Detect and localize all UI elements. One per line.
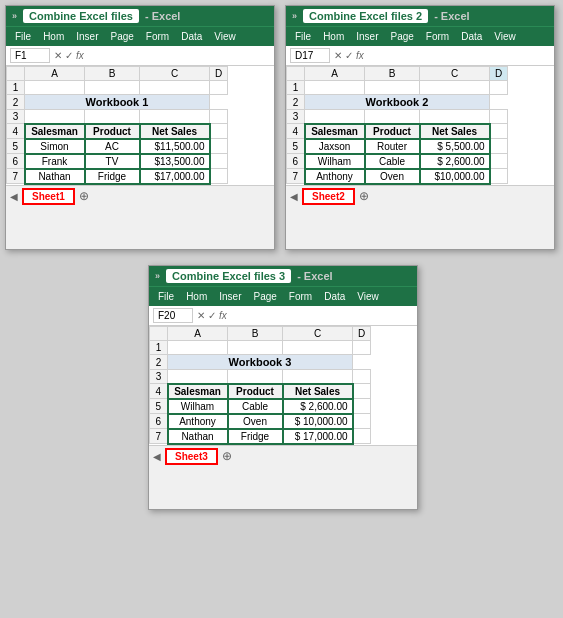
cell-7-A[interactable]: Anthony xyxy=(305,169,365,184)
menu-item-form[interactable]: Form xyxy=(141,29,174,44)
cell-5-A[interactable]: Jaxson xyxy=(305,139,365,154)
cell-1-C[interactable] xyxy=(140,81,210,95)
sheet-scroll-left[interactable]: ◀ xyxy=(290,191,298,202)
active-sheet-tab[interactable]: Sheet3 xyxy=(165,448,218,465)
cell-3-B[interactable] xyxy=(365,110,420,124)
cell-7-B[interactable]: Fridge xyxy=(228,429,283,444)
menu-item-form[interactable]: Form xyxy=(421,29,454,44)
cell-3-C[interactable] xyxy=(283,370,353,384)
menu-item-data[interactable]: Data xyxy=(176,29,207,44)
cell-3-A[interactable] xyxy=(168,370,228,384)
menu-item-view[interactable]: View xyxy=(352,289,384,304)
menu-item-view[interactable]: View xyxy=(209,29,241,44)
cell-5-C[interactable]: $ 2,600.00 xyxy=(283,399,353,414)
cell-2-A[interactable]: Workbook 3 xyxy=(168,355,353,370)
menu-item-inser[interactable]: Inser xyxy=(214,289,246,304)
add-sheet-button[interactable]: ⊕ xyxy=(222,449,232,463)
menu-item-file[interactable]: File xyxy=(290,29,316,44)
cell-6-A[interactable]: Wilham xyxy=(305,154,365,169)
cell-7-B[interactable]: Fridge xyxy=(85,169,140,184)
menu-item-page[interactable]: Page xyxy=(105,29,138,44)
cell-1-A[interactable] xyxy=(168,341,228,355)
add-sheet-button[interactable]: ⊕ xyxy=(79,189,89,203)
cell-6-A[interactable]: Frank xyxy=(25,154,85,169)
cell-4-C[interactable]: Net Sales xyxy=(283,384,353,399)
cell-reference[interactable]: D17 xyxy=(290,48,330,63)
cell-7-A[interactable]: Nathan xyxy=(168,429,228,444)
cell-4-A[interactable]: Salesman xyxy=(305,124,365,139)
cell-6-D[interactable] xyxy=(353,414,371,429)
cell-4-C[interactable]: Net Sales xyxy=(420,124,490,139)
formula-fx-icon[interactable]: fx xyxy=(219,310,227,321)
cell-1-B[interactable] xyxy=(228,341,283,355)
cell-3-A[interactable] xyxy=(25,110,85,124)
menu-item-hom[interactable]: Hom xyxy=(181,289,212,304)
cell-3-A[interactable] xyxy=(305,110,365,124)
cell-1-A[interactable] xyxy=(305,81,365,95)
cell-6-C[interactable]: $ 2,600.00 xyxy=(420,154,490,169)
cell-5-C[interactable]: $ 5,500.00 xyxy=(420,139,490,154)
cell-6-B[interactable]: Cable xyxy=(365,154,420,169)
cell-5-B[interactable]: Router xyxy=(365,139,420,154)
cell-4-C[interactable]: Net Sales xyxy=(140,124,210,139)
cell-3-C[interactable] xyxy=(420,110,490,124)
formula-fx-icon[interactable]: fx xyxy=(356,50,364,61)
menu-item-data[interactable]: Data xyxy=(456,29,487,44)
cell-5-C[interactable]: $11,500.00 xyxy=(140,139,210,154)
add-sheet-button[interactable]: ⊕ xyxy=(359,189,369,203)
cell-4-B[interactable]: Product xyxy=(228,384,283,399)
menu-item-file[interactable]: File xyxy=(10,29,36,44)
cell-7-B[interactable]: Oven xyxy=(365,169,420,184)
cell-3-D[interactable] xyxy=(353,370,371,384)
menu-item-inser[interactable]: Inser xyxy=(71,29,103,44)
cell-6-B[interactable]: TV xyxy=(85,154,140,169)
cell-1-D[interactable] xyxy=(353,341,371,355)
cell-5-B[interactable]: Cable xyxy=(228,399,283,414)
cell-3-D[interactable] xyxy=(490,110,508,124)
cell-7-C[interactable]: $10,000.00 xyxy=(420,169,490,184)
cell-7-C[interactable]: $ 17,000.00 xyxy=(283,429,353,444)
cell-6-D[interactable] xyxy=(210,154,228,169)
menu-item-hom[interactable]: Hom xyxy=(38,29,69,44)
cell-5-D[interactable] xyxy=(210,139,228,154)
formula-cancel-icon[interactable]: ✕ xyxy=(54,50,62,61)
cell-7-C[interactable]: $17,000.00 xyxy=(140,169,210,184)
formula-confirm-icon[interactable]: ✓ xyxy=(65,50,73,61)
menu-item-hom[interactable]: Hom xyxy=(318,29,349,44)
cell-1-C[interactable] xyxy=(420,81,490,95)
cell-6-B[interactable]: Oven xyxy=(228,414,283,429)
sheet-scroll-left[interactable]: ◀ xyxy=(10,191,18,202)
cell-1-B[interactable] xyxy=(365,81,420,95)
cell-4-A[interactable]: Salesman xyxy=(25,124,85,139)
cell-3-B[interactable] xyxy=(85,110,140,124)
active-sheet-tab[interactable]: Sheet2 xyxy=(302,188,355,205)
menu-item-inser[interactable]: Inser xyxy=(351,29,383,44)
formula-fx-icon[interactable]: fx xyxy=(76,50,84,61)
cell-2-A[interactable]: Workbook 2 xyxy=(305,95,490,110)
cell-3-B[interactable] xyxy=(228,370,283,384)
cell-3-D[interactable] xyxy=(210,110,228,124)
formula-confirm-icon[interactable]: ✓ xyxy=(208,310,216,321)
cell-reference[interactable]: F1 xyxy=(10,48,50,63)
cell-7-D[interactable] xyxy=(353,429,371,444)
cell-1-D[interactable] xyxy=(490,81,508,95)
cell-4-D[interactable] xyxy=(210,124,228,139)
cell-5-D[interactable] xyxy=(490,139,508,154)
cell-7-D[interactable] xyxy=(210,169,228,184)
cell-4-D[interactable] xyxy=(490,124,508,139)
cell-6-A[interactable]: Anthony xyxy=(168,414,228,429)
cell-6-C[interactable]: $13,500.00 xyxy=(140,154,210,169)
cell-6-C[interactable]: $ 10,000.00 xyxy=(283,414,353,429)
active-sheet-tab[interactable]: Sheet1 xyxy=(22,188,75,205)
cell-5-A[interactable]: Wilham xyxy=(168,399,228,414)
formula-cancel-icon[interactable]: ✕ xyxy=(197,310,205,321)
cell-7-A[interactable]: Nathan xyxy=(25,169,85,184)
menu-item-page[interactable]: Page xyxy=(385,29,418,44)
cell-1-C[interactable] xyxy=(283,341,353,355)
cell-2-A[interactable]: Workbook 1 xyxy=(25,95,210,110)
menu-item-view[interactable]: View xyxy=(489,29,521,44)
cell-1-A[interactable] xyxy=(25,81,85,95)
cell-3-C[interactable] xyxy=(140,110,210,124)
sheet-scroll-left[interactable]: ◀ xyxy=(153,451,161,462)
formula-confirm-icon[interactable]: ✓ xyxy=(345,50,353,61)
